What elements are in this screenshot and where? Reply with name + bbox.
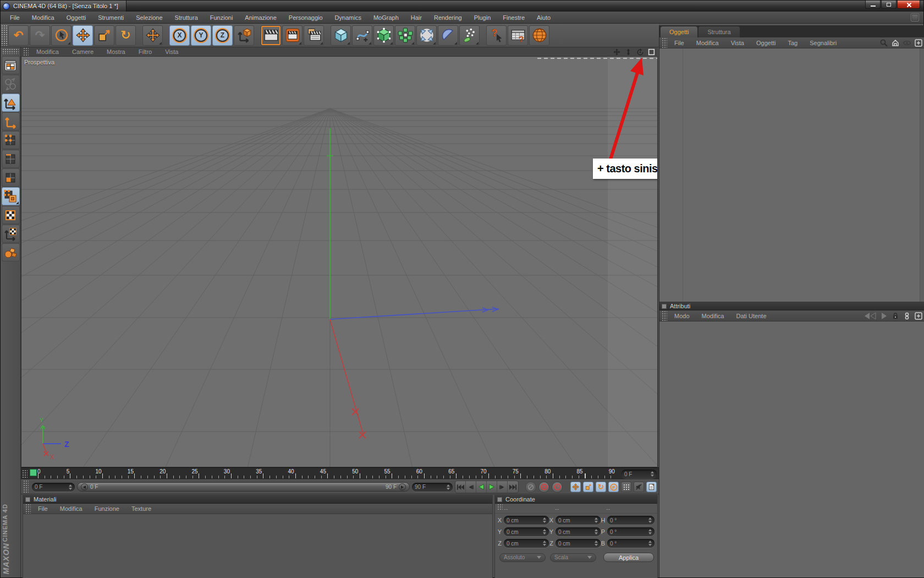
redo-button[interactable]: ↷ [30, 25, 50, 46]
range-start-field[interactable]: 0 F [32, 483, 75, 492]
spinner-arrows[interactable] [651, 471, 654, 477]
play-backward-button[interactable] [476, 481, 487, 493]
vp-menu-mostra[interactable]: Mostra [100, 48, 132, 55]
content-browser-button[interactable]: ? [508, 25, 528, 46]
sidebar-grip[interactable] [2, 48, 19, 54]
viewport-rotate-icon[interactable] [636, 48, 644, 56]
rot-h-field[interactable]: 0 ° [607, 516, 654, 525]
restore-button[interactable] [881, 1, 897, 9]
rot-b-field[interactable]: 0 ° [607, 539, 654, 548]
nav-back-icon[interactable] [864, 312, 876, 320]
timeline-ruler[interactable]: 05 1015 2025 3035 4045 5055 6065 7075 80… [21, 467, 659, 479]
track-icon[interactable] [903, 312, 911, 320]
environment-button[interactable] [438, 25, 458, 46]
make-editable-button[interactable] [2, 75, 20, 93]
menu-selezione[interactable]: Selezione [130, 14, 168, 21]
range-end-field[interactable]: 90 F [412, 483, 453, 492]
materials-header[interactable]: Materiali [23, 495, 492, 504]
vp-menu-camere[interactable]: Camere [65, 48, 100, 55]
om-menu-vista[interactable]: Vista [725, 40, 750, 46]
coordinates-grip[interactable] [497, 504, 503, 510]
spinner-arrows[interactable] [69, 484, 72, 490]
undo-button[interactable]: ↶ [8, 25, 29, 46]
rot-p-field[interactable]: 0 ° [607, 527, 654, 536]
edges-mode-button[interactable] [2, 150, 20, 168]
render-view-button[interactable] [261, 25, 281, 46]
coordinate-system-button[interactable] [234, 25, 254, 46]
scale-x-field[interactable]: 0 cm [556, 516, 601, 525]
render-picture-viewer-button[interactable] [282, 25, 302, 46]
rotate-tool-button[interactable]: ↻ [116, 25, 136, 46]
document-options-button[interactable] [646, 482, 657, 492]
menu-file[interactable]: File [4, 14, 26, 21]
last-tool-button[interactable] [142, 25, 163, 46]
viewport-pan-icon[interactable] [613, 48, 621, 56]
menu-dynamics[interactable]: Dynamics [329, 14, 367, 21]
attr-menu-dati-utente[interactable]: Dati Utente [730, 313, 773, 319]
polygons-mode-button[interactable] [2, 168, 20, 187]
key-help-button[interactable]: ? [552, 482, 563, 493]
goto-start-button[interactable] [455, 481, 466, 493]
menu-strumenti[interactable]: Strumenti [92, 14, 130, 21]
window-layout-icon[interactable] [911, 13, 919, 21]
menu-struttura[interactable]: Struttura [169, 14, 204, 21]
scale-y-field[interactable]: 0 cm [556, 527, 601, 536]
pos-x-field[interactable]: 0 cm [504, 516, 549, 525]
om-menu-segnalibri[interactable]: Segnalibri [804, 40, 843, 46]
lock-y-button[interactable]: Y [191, 25, 211, 46]
timeline-grip[interactable] [22, 470, 28, 478]
model-mode-button[interactable] [2, 94, 20, 112]
scale-z-field[interactable]: 0 cm [556, 539, 601, 548]
texture-mode-button[interactable] [2, 187, 20, 205]
materials-menu-texture[interactable]: Texture [125, 505, 157, 512]
om-menu-oggetti[interactable]: Oggetti [750, 40, 782, 46]
vp-menu-modifica[interactable]: Modifica [30, 48, 65, 55]
object-manager-grip[interactable] [662, 37, 667, 48]
search-icon[interactable] [880, 39, 888, 47]
attributes-content[interactable] [659, 321, 924, 577]
coordinates-header[interactable]: Coordinate [495, 495, 657, 504]
snap-button[interactable] [2, 243, 20, 261]
array-object-button[interactable] [395, 25, 415, 46]
key-scale-toggle[interactable] [583, 482, 593, 492]
subdivision-surface-button[interactable] [373, 25, 394, 46]
playback-grip[interactable] [23, 480, 29, 494]
materials-menu-funzione[interactable]: Funzione [89, 505, 125, 512]
pos-y-field[interactable]: 0 cm [504, 527, 549, 536]
materials-menu-modifica[interactable]: Modifica [54, 505, 89, 512]
menu-mograph[interactable]: MoGraph [367, 14, 405, 21]
menu-hair[interactable]: Hair [405, 14, 428, 21]
spline-button[interactable] [352, 25, 372, 46]
vp-menu-vista[interactable]: Vista [158, 48, 185, 55]
layout-button[interactable] [2, 56, 20, 74]
menu-animazione[interactable]: Animazione [239, 14, 282, 21]
live-selection-button[interactable] [51, 25, 72, 46]
lock-icon[interactable] [892, 312, 899, 320]
column-divider[interactable] [683, 48, 683, 302]
lock-z-button[interactable]: Z [212, 25, 233, 46]
key-position-toggle[interactable] [570, 482, 581, 492]
current-frame-field[interactable]: 0 F [622, 470, 657, 478]
menu-rendering[interactable]: Rendering [428, 14, 468, 21]
home-icon[interactable] [892, 39, 899, 47]
menu-modifica[interactable]: Modifica [26, 14, 61, 21]
viewport-menubar-grip[interactable] [23, 47, 29, 56]
particles-button[interactable] [459, 25, 480, 46]
attributes-header[interactable]: Attributi [659, 302, 924, 310]
scale-tool-button[interactable] [94, 25, 114, 46]
online-updater-button[interactable] [529, 25, 549, 46]
close-button[interactable] [897, 1, 920, 9]
mode-dropdown[interactable]: Assoluto [499, 553, 546, 562]
attributes-grip[interactable] [662, 310, 667, 321]
size-dropdown[interactable]: Scala [550, 553, 596, 562]
pos-z-field[interactable]: 0 cm [504, 539, 549, 548]
viewport-toggle-panels-icon[interactable] [647, 48, 656, 56]
previous-frame-button[interactable] [466, 481, 476, 493]
primitive-cube-button[interactable] [331, 25, 351, 46]
om-menu-tag[interactable]: Tag [782, 40, 804, 46]
viewport-dolly-icon[interactable] [624, 48, 632, 56]
materials-content[interactable] [23, 515, 492, 578]
menu-oggetti[interactable]: Oggetti [61, 14, 92, 21]
attr-menu-modo[interactable]: Modo [668, 313, 696, 319]
om-menu-modifica[interactable]: Modifica [690, 40, 725, 46]
